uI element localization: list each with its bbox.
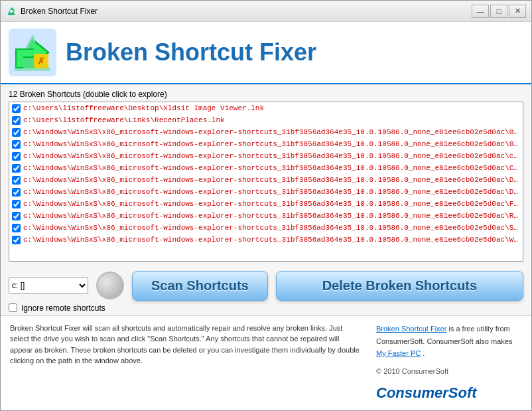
list-item-text: c:\Windows\WinSxS\x86_microsoft-windows-…	[23, 127, 520, 137]
app-icon: ✗	[9, 29, 56, 76]
drive-select-wrapper: c: []	[9, 278, 88, 293]
bottom-controls: c: [] Scan Shortcuts Delete Broken Short…	[1, 266, 531, 315]
drive-select[interactable]: c: []	[9, 278, 88, 293]
ignore-remote-checkbox[interactable]	[9, 303, 17, 312]
ignore-remote-label: Ignore remote shortcuts	[21, 303, 105, 313]
list-item[interactable]: c:\Users\listoffreeware\Desktop\Xldsit I…	[9, 102, 523, 114]
title-bar-icon	[6, 6, 17, 17]
list-item-checkbox[interactable]	[12, 140, 21, 149]
list-item-text: c:\Windows\WinSxS\x86_microsoft-windows-…	[23, 210, 520, 221]
list-item-text: c:\Windows\WinSxS\x86_microsoft-windows-…	[23, 199, 520, 209]
controls-row: c: [] Scan Shortcuts Delete Broken Short…	[9, 271, 523, 301]
ignore-checkbox-row: Ignore remote shortcuts	[9, 303, 523, 313]
list-item-checkbox[interactable]	[12, 188, 21, 197]
shortcuts-list[interactable]: c:\Users\listoffreeware\Desktop\Xldsit I…	[9, 102, 523, 262]
list-item-text: c:\Windows\WinSxS\x86_microsoft-windows-…	[23, 222, 520, 233]
list-item[interactable]: c:\Windows\WinSxS\x86_microsoft-windows-…	[9, 234, 523, 246]
footer-left: Broken Shortcut Fixer will scan all shor…	[10, 323, 363, 405]
footer-left-text: Broken Shortcut Fixer will scan all shor…	[10, 324, 360, 365]
minimize-button[interactable]: —	[472, 5, 489, 18]
list-item-text: c:\Windows\WinSxS\x86_microsoft-windows-…	[23, 175, 520, 185]
list-item-text: c:\Windows\WinSxS\x86_microsoft-windows-…	[23, 151, 520, 161]
list-item-text: c:\Windows\WinSxS\x86_microsoft-windows-…	[23, 139, 520, 149]
close-button[interactable]: ✕	[509, 5, 526, 18]
list-item[interactable]: c:\Windows\WinSxS\x86_microsoft-windows-…	[9, 126, 523, 138]
globe-icon	[96, 272, 124, 299]
list-item-checkbox[interactable]	[12, 116, 21, 125]
footer: Broken Shortcut Fixer will scan all shor…	[1, 315, 531, 411]
content-area: 12 Broken Shortcuts (double click to exp…	[1, 84, 531, 266]
list-item-checkbox[interactable]	[12, 152, 21, 161]
footer-right: Broken Shortcut Fixer is a free utility …	[376, 323, 522, 405]
list-item-checkbox[interactable]	[12, 128, 21, 137]
list-item[interactable]: c:\Windows\WinSxS\x86_microsoft-windows-…	[9, 162, 523, 174]
footer-right-text2: .	[421, 349, 425, 357]
broken-shortcut-fixer-link[interactable]: Broken Shortcut Fixer	[376, 325, 446, 333]
logo-text: ConsumerSoft	[376, 384, 477, 401]
list-item[interactable]: c:\Windows\WinSxS\x86_microsoft-windows-…	[9, 150, 523, 162]
maximize-button[interactable]: □	[490, 5, 507, 18]
list-item[interactable]: c:\Windows\WinSxS\x86_microsoft-windows-…	[9, 222, 523, 234]
list-item-checkbox[interactable]	[12, 224, 21, 232]
scan-shortcuts-button[interactable]: Scan Shortcuts	[132, 271, 268, 301]
delete-broken-shortcuts-button[interactable]: Delete Broken Shortcuts	[276, 271, 523, 301]
copyright-text: © 2010 ConsumerSoft	[376, 365, 522, 378]
title-bar-buttons: — □ ✕	[472, 5, 526, 18]
list-item-checkbox[interactable]	[12, 176, 21, 185]
consumersoft-logo: ConsumerSoft	[376, 380, 522, 405]
svg-rect-3	[10, 10, 13, 13]
my-faster-pc-link[interactable]: My Faster PC	[376, 349, 421, 357]
list-item-text: c:\Windows\WinSxS\x86_microsoft-windows-…	[23, 187, 520, 197]
footer-right-top: Broken Shortcut Fixer is a free utility …	[376, 323, 522, 360]
list-item[interactable]: c:\Windows\WinSxS\x86_microsoft-windows-…	[9, 174, 523, 186]
list-item[interactable]: c:\Windows\WinSxS\x86_microsoft-windows-…	[9, 186, 523, 198]
list-item[interactable]: c:\Users\listoffreeware\Links\RecentPlac…	[9, 114, 523, 126]
list-item-text: c:\Windows\WinSxS\x86_microsoft-windows-…	[23, 163, 520, 173]
list-item-checkbox[interactable]	[12, 212, 21, 220]
svg-text:✗: ✗	[37, 56, 45, 66]
list-item[interactable]: c:\Windows\WinSxS\x86_microsoft-windows-…	[9, 210, 523, 222]
list-item-checkbox[interactable]	[12, 104, 21, 113]
list-item[interactable]: c:\Windows\WinSxS\x86_microsoft-windows-…	[9, 198, 523, 210]
list-item-checkbox[interactable]	[12, 164, 21, 173]
list-item[interactable]: c:\Windows\WinSxS\x86_microsoft-windows-…	[9, 138, 523, 150]
list-item-text: c:\Windows\WinSxS\x86_microsoft-windows-…	[23, 234, 520, 245]
list-item-text: c:\Users\listoffreeware\Desktop\Xldsit I…	[23, 103, 264, 114]
header-area: ✗ Broken Shortcut Fixer	[1, 22, 531, 84]
list-label: 12 Broken Shortcuts (double click to exp…	[9, 90, 523, 99]
list-item-text: c:\Users\listoffreeware\Links\RecentPlac…	[23, 115, 225, 125]
title-bar: Broken Shortcut Fixer — □ ✕	[1, 1, 531, 22]
main-window: ✗ Broken Shortcut Fixer 12 Broken Shortc…	[1, 22, 531, 411]
list-item-checkbox[interactable]	[12, 236, 21, 244]
list-item-checkbox[interactable]	[12, 200, 21, 208]
title-bar-text: Broken Shortcut Fixer	[21, 7, 472, 16]
app-title: Broken Shortcut Fixer	[66, 39, 316, 66]
